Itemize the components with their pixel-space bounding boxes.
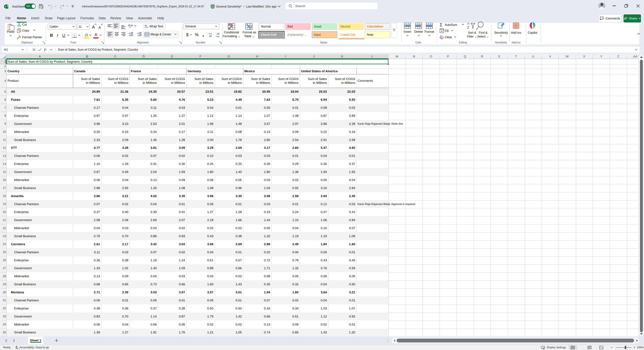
svg-text:0: 0 [211,32,212,35]
svg-text:ab: ab [128,23,131,27]
svg-text:0: 0 [218,35,219,37]
svg-text:Z: Z [467,26,469,29]
svg-text:.00: .00 [216,32,219,35]
svg-text:c: c [144,26,146,28]
svg-text:A: A [467,22,470,25]
svg-text:X: X [5,5,6,8]
svg-text:.00: .00 [209,35,212,37]
